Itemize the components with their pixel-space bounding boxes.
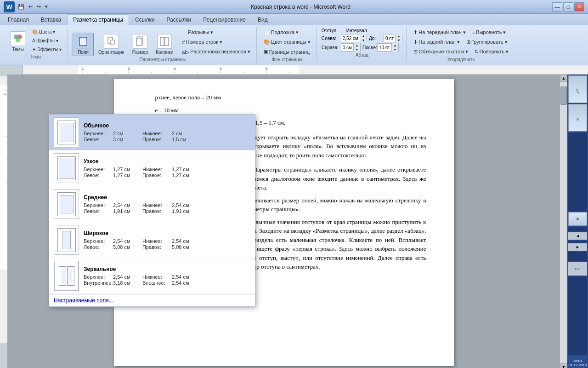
send-back-icon: ⬇	[413, 39, 418, 45]
wide-bottom-label: Нижнее:	[142, 238, 170, 244]
page-color-button[interactable]: 🎨 Цвет страницы ▾	[261, 38, 313, 46]
tab-view[interactable]: Вид	[252, 14, 274, 25]
maximize-button[interactable]: □	[563, 2, 573, 12]
lang-indicator: RU	[568, 262, 587, 276]
title-bar: W 💾 ↩ ↪ ▾ Красная строка в word - Micros…	[0, 0, 588, 14]
dropdown-arrow[interactable]: ▾	[44, 3, 49, 11]
window-buttons: — □ ✕	[552, 2, 584, 12]
before-increment[interactable]: ▲	[396, 34, 402, 38]
wrap-text-button[interactable]: ⊡ Обтекание текстом ▾	[411, 47, 470, 56]
field-preview-wide	[54, 225, 79, 255]
normal-bottom-value: 2 см	[172, 131, 199, 136]
hyphenation-button[interactable]: ab- Расстановка переносов ▾	[180, 47, 252, 56]
fields-button[interactable]: Поля	[73, 33, 94, 56]
mirror-top-value: 2,54 см	[113, 274, 141, 280]
panel-2[interactable]: К...	[568, 104, 587, 132]
columns-button[interactable]: Колонки	[153, 33, 176, 56]
redo-button[interactable]: ↪	[35, 3, 42, 11]
svg-rect-10	[111, 40, 114, 44]
normal-top-value: 2 см	[113, 131, 141, 136]
tab-home[interactable]: Главная	[2, 14, 35, 25]
narrow-bottom-value: 1,27 см	[172, 167, 199, 172]
scroll-track[interactable]	[560, 82, 567, 363]
bring-forward-button[interactable]: ⬆ На передний план ▾	[411, 28, 468, 37]
effects-button[interactable]: ✦ Эффекты ▾	[30, 46, 64, 53]
scroll-down-button[interactable]: ▼	[560, 363, 567, 368]
rotate-button[interactable]: ↻ Повернуть ▾	[472, 47, 511, 56]
hyphenation-icon: ab-	[182, 49, 189, 55]
field-option-mirror[interactable]: Зеркальное Верхнее: 2,54 см Нижнее: 2,54…	[49, 258, 255, 294]
field-name-mirror: Зеркальное	[84, 266, 250, 272]
themes-group-label: Темы	[30, 54, 41, 59]
after-label: После:	[362, 45, 375, 50]
save-button[interactable]: 💾	[17, 3, 26, 11]
doc-text-line2: е – 10 мм	[141, 106, 426, 115]
close-button[interactable]: ✕	[574, 2, 584, 12]
size-button[interactable]: Размер	[129, 33, 151, 56]
orientation-button[interactable]: Ориентация	[95, 33, 128, 56]
field-option-wide[interactable]: Широкое Верхнее: 2,54 см Нижнее: 2,54 см…	[49, 222, 255, 258]
breaks-button[interactable]: ⋯ Разрывы ▾	[180, 28, 252, 37]
undo-button[interactable]: ↩	[27, 3, 34, 11]
size-label: Размер	[132, 50, 148, 55]
scroll-up-button[interactable]: ▲	[560, 75, 567, 82]
tab-review[interactable]: Рецензирование	[197, 14, 252, 25]
paragraph-label: Абзац	[356, 52, 368, 58]
send-back-button[interactable]: ⬇ На задний план ▾	[411, 38, 462, 46]
scroll-right[interactable]: ◄	[568, 232, 587, 240]
align-icon: ≡	[472, 30, 475, 35]
after-value: 10 пт	[378, 45, 391, 50]
right-label: Справа:	[322, 45, 339, 50]
minimize-button[interactable]: —	[552, 2, 562, 12]
svg-text:1: 1	[82, 67, 84, 71]
tab-mailings[interactable]: Рассылки	[160, 14, 197, 25]
scroll-thumb[interactable]	[560, 86, 567, 105]
field-option-narrow[interactable]: Узкое Верхнее: 1,27 см Нижнее: 1,27 см Л…	[49, 150, 255, 186]
tab-insert[interactable]: Вставка	[35, 14, 68, 25]
before-decrement[interactable]: ▼	[396, 38, 402, 42]
medium-bottom-label: Нижнее:	[142, 202, 170, 208]
custom-fields-label: Настраиваемые поля...	[54, 297, 113, 304]
word-icon: W	[4, 1, 15, 12]
tab-references[interactable]: Ссылки	[129, 14, 160, 25]
tab-page-layout[interactable]: Разметка страницы	[67, 14, 129, 25]
align-button[interactable]: ≡ Выровнять ▾	[470, 28, 509, 37]
ruler-area: 1 2 3 4 5	[0, 65, 588, 75]
field-option-normal[interactable]: Обычное Верхнее: 2 см Нижнее: 2 см Левое…	[49, 115, 255, 150]
field-info-wide: Широкое Верхнее: 2,54 см Нижнее: 2,54 см…	[84, 230, 250, 250]
horizontal-ruler: 1 2 3 4 5	[23, 65, 588, 75]
page-setup-label: Параметры страницы	[139, 57, 186, 62]
panel-3[interactable]: ⊕	[568, 212, 587, 226]
ribbon-tabs: Главная Вставка Разметка страницы Ссылки…	[0, 14, 588, 25]
etrust-panel[interactable]: eT...	[568, 75, 587, 103]
left-decrement[interactable]: ▼	[360, 38, 367, 42]
group-button[interactable]: ⊞ Группировать ▾	[464, 38, 510, 46]
field-info-medium: Среднее Верхнее: 2,54 см Нижнее: 2,54 см…	[84, 194, 250, 214]
doc-text-line1: рхнее, левое поля – 20 мм	[141, 93, 426, 102]
page-borders-button[interactable]: ▣ Границы страниц	[261, 47, 312, 56]
field-details-normal: Верхнее: 2 см Нижнее: 2 см Левое: 3 см П…	[84, 131, 250, 142]
left-increment[interactable]: ▲	[360, 34, 367, 38]
ribbon-content: Темы 🎨 Цвета ▾ A Шрифты ▾ ✦ Эффекты ▾ Те…	[0, 25, 588, 65]
medium-left-value: 1,91 см	[113, 208, 141, 214]
right-decrement[interactable]: ▼	[354, 47, 360, 52]
right-increment[interactable]: ▲	[354, 43, 360, 47]
svg-text:2: 2	[128, 67, 130, 71]
svg-text:3: 3	[174, 67, 176, 71]
fields-dropdown-menu: Обычное Верхнее: 2 см Нижнее: 2 см Левое…	[49, 114, 255, 307]
custom-fields-link[interactable]: Настраиваемые поля...	[49, 294, 255, 306]
line-numbers-button[interactable]: # Номера строк ▾	[180, 38, 252, 46]
scroll-right2[interactable]: ►	[568, 243, 587, 251]
colors-button[interactable]: 🎨 Цвета ▾	[30, 28, 64, 36]
columns-icon	[157, 34, 172, 49]
after-decrement[interactable]: ▼	[392, 47, 398, 52]
watermark-button[interactable]: 📄 Подложка ▾	[261, 28, 301, 37]
after-increment[interactable]: ▲	[392, 43, 398, 47]
field-option-medium[interactable]: Среднее Верхнее: 2,54 см Нижнее: 2,54 см…	[49, 186, 255, 222]
medium-top-label: Верхнее:	[84, 202, 111, 208]
fonts-button[interactable]: A Шрифты ▾	[30, 37, 64, 45]
svg-point-2	[16, 38, 20, 42]
themes-button[interactable]: Темы	[7, 30, 28, 53]
line-numbers-label: Номера строк ▾	[186, 39, 222, 45]
field-preview-normal	[54, 117, 79, 147]
